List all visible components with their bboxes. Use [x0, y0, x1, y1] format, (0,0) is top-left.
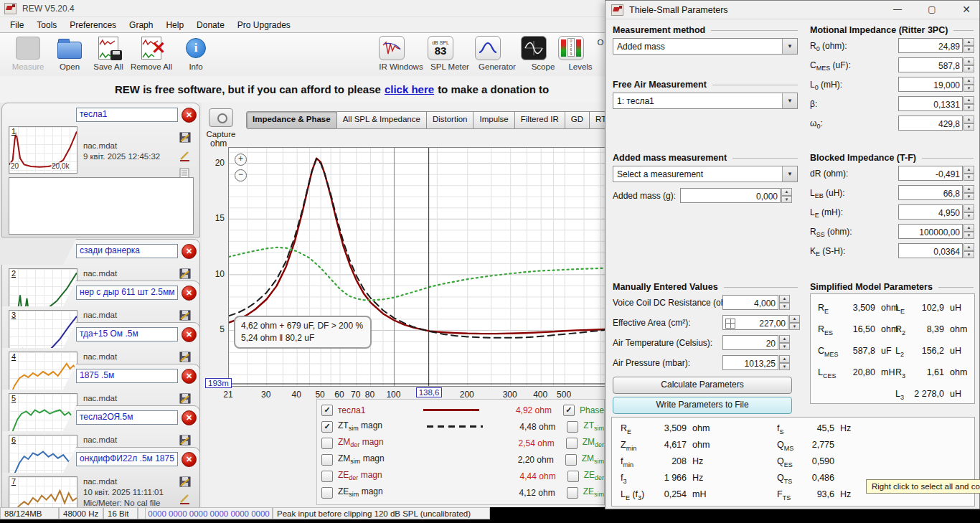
spinner-buttons[interactable]: ▲▼ [779, 295, 790, 310]
spin-down-icon[interactable]: ▼ [963, 46, 974, 54]
save-icon[interactable] [179, 268, 192, 280]
chevron-down-icon[interactable]: ▼ [782, 93, 797, 108]
legend-checkbox[interactable] [321, 438, 333, 449]
manual-field-0[interactable]: 4,000▲▼ [722, 295, 790, 310]
spin-up-icon[interactable]: ▲ [779, 355, 790, 363]
donate-link[interactable]: click here [385, 83, 434, 95]
spin-up-icon[interactable]: ▲ [963, 224, 974, 232]
free-air-dropdown[interactable]: 1: тесла1▼ [613, 93, 798, 109]
motional-field-3[interactable]: 0,1331▲▼ [898, 96, 974, 111]
spin-down-icon[interactable]: ▼ [963, 123, 974, 131]
menu-item-help[interactable]: Help [160, 19, 189, 32]
pen-icon[interactable] [179, 151, 192, 162]
legend-checkbox-phase[interactable] [566, 438, 578, 449]
menu-item-file[interactable]: File [4, 19, 29, 32]
save-icon[interactable] [179, 310, 192, 321]
tab-rt60[interactable]: RT60 [590, 111, 605, 129]
save-icon[interactable] [179, 476, 192, 488]
toolbar-ir-windows-button[interactable]: IR Windows [379, 36, 423, 71]
spin-down-icon[interactable]: ▼ [963, 104, 974, 112]
measurement-name-input[interactable]: 1875 .5м [76, 369, 178, 383]
delete-measurement-button[interactable]: ✕ [182, 108, 197, 123]
menu-item-tools[interactable]: Tools [31, 19, 62, 32]
measurement-name-input[interactable]: нер с дыр 611 шт 2.5мм [76, 286, 178, 300]
delete-measurement-button[interactable]: ✕ [182, 410, 197, 425]
zoom-out-button[interactable]: − [235, 169, 247, 182]
spinner-buttons[interactable]: ▲▼ [779, 335, 790, 350]
impedance-plot[interactable]: + − [228, 147, 605, 387]
legend-checkbox-phase[interactable]: ✓ [563, 405, 575, 416]
motional-field-0[interactable]: 24,89▲▼ [898, 38, 974, 53]
menu-item-pro-upgrades[interactable]: Pro Upgrades [232, 19, 296, 32]
spin-down-icon[interactable]: ▼ [963, 85, 974, 93]
spin-up-icon[interactable]: ▲ [781, 188, 792, 196]
toolbar-open-button[interactable]: Open [47, 36, 92, 71]
toolbar-save-all-button[interactable]: Save All [86, 36, 131, 71]
spin-up-icon[interactable]: ▲ [963, 38, 974, 46]
menu-item-donate[interactable]: Donate [191, 19, 230, 32]
spin-down-icon[interactable]: ▼ [789, 323, 800, 331]
measurement-card-1[interactable]: тесла1✕12020,0kпас.mdat9 квіт. 2025 12:4… [1, 103, 200, 237]
blocked-field-4[interactable]: 0,0364▲▼ [898, 243, 974, 258]
spinner-buttons[interactable]: ▲▼ [963, 166, 974, 181]
spin-down-icon[interactable]: ▼ [963, 251, 974, 259]
measurement-notes-box[interactable] [9, 177, 194, 235]
manual-field-1[interactable]: 227,00▲▼ [722, 315, 800, 330]
spin-up-icon[interactable]: ▲ [779, 335, 790, 343]
blocked-field-0[interactable]: -0,491▲▼ [898, 166, 974, 181]
pen-icon[interactable] [179, 494, 192, 505]
added-mass-dropdown[interactable]: Select a measurement▼ [613, 166, 798, 182]
manual-field-3[interactable]: 1013,25▲▼ [722, 355, 790, 370]
measurement-name-input[interactable]: тесла1 [76, 108, 178, 122]
save-icon[interactable] [179, 132, 192, 143]
added-mass-field[interactable]: 0,000▲▼ [680, 188, 792, 203]
spin-down-icon[interactable]: ▼ [963, 212, 974, 220]
minimize-button[interactable]: — [885, 1, 910, 19]
write-parameters-button[interactable]: Write Parameters to File [613, 397, 792, 414]
spinner-buttons[interactable]: ▲▼ [963, 116, 974, 131]
blocked-field-1[interactable]: 66,8▲▼ [898, 185, 974, 200]
measurement-thumbnail[interactable] [9, 476, 77, 507]
tab-filtered-ir[interactable]: Filtered IR [515, 111, 565, 129]
spinner-buttons[interactable]: ▲▼ [963, 96, 974, 111]
save-icon[interactable] [179, 435, 192, 446]
spinner-buttons[interactable]: ▲▼ [789, 315, 800, 330]
menu-item-graph[interactable]: Graph [123, 19, 159, 32]
spin-down-icon[interactable]: ▼ [779, 303, 790, 311]
spin-down-icon[interactable]: ▼ [963, 193, 974, 201]
tab-all-spl-impedance[interactable]: All SPL & Impedance [337, 111, 427, 129]
spin-up-icon[interactable]: ▲ [789, 315, 800, 323]
spin-up-icon[interactable]: ▲ [963, 185, 974, 193]
legend-checkbox-phase[interactable] [567, 487, 578, 499]
spinner-buttons[interactable]: ▲▼ [781, 188, 792, 203]
spin-up-icon[interactable]: ▲ [779, 295, 790, 303]
chevron-down-icon[interactable]: ▼ [782, 166, 797, 182]
legend-checkbox-phase[interactable] [567, 421, 578, 433]
delete-measurement-button[interactable]: ✕ [182, 452, 197, 467]
chevron-down-icon[interactable]: ▼ [782, 39, 797, 54]
spin-down-icon[interactable]: ▼ [779, 343, 790, 351]
save-icon[interactable] [179, 352, 192, 363]
toolbar-info-button[interactable]: iInfo [174, 36, 218, 71]
spinner-buttons[interactable]: ▲▼ [963, 77, 974, 92]
zoom-in-button[interactable]: + [235, 154, 247, 166]
measurement-name-input[interactable]: тда+15 Ом .5м [76, 327, 178, 341]
delete-measurement-button[interactable]: ✕ [182, 286, 197, 301]
spin-up-icon[interactable]: ▲ [963, 57, 974, 65]
spinner-buttons[interactable]: ▲▼ [963, 243, 974, 258]
spinner-buttons[interactable]: ▲▼ [779, 355, 790, 370]
spin-down-icon[interactable]: ▼ [779, 363, 790, 371]
save-icon[interactable] [179, 393, 192, 405]
motional-field-4[interactable]: 429,8▲▼ [898, 116, 974, 131]
menu-item-preferences[interactable]: Preferences [64, 19, 122, 32]
spin-up-icon[interactable]: ▲ [963, 96, 974, 104]
spin-up-icon[interactable]: ▲ [963, 243, 974, 251]
close-button[interactable]: ✕ [954, 1, 979, 19]
legend-checkbox[interactable]: ✓ [321, 421, 333, 433]
legend-checkbox-phase[interactable] [567, 471, 579, 482]
tab-impulse[interactable]: Impulse [473, 111, 514, 129]
motional-field-1[interactable]: 587,8▲▼ [898, 57, 974, 72]
motional-field-2[interactable]: 19,000▲▼ [898, 77, 974, 92]
maximize-button[interactable]: ▢ [920, 1, 944, 19]
spin-up-icon[interactable]: ▲ [963, 166, 974, 174]
